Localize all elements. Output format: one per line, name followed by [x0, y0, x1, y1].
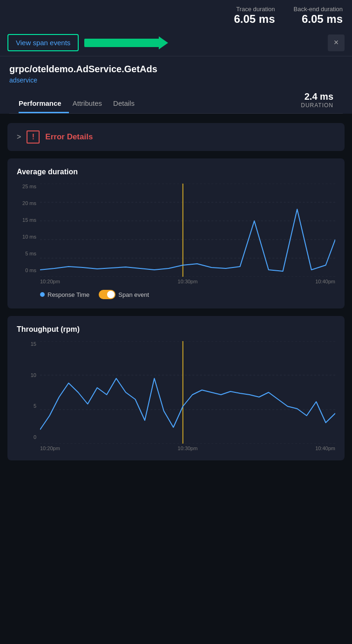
y-label-0: 0 ms — [17, 267, 36, 273]
service-header: grpc/oteldemo.AdService.GetAds adservice… — [0, 56, 352, 114]
error-chevron-button[interactable]: > — [17, 133, 21, 141]
avg-chart-wrap: 0 ms 5 ms 10 ms 15 ms 20 ms 25 ms — [17, 184, 335, 284]
backend-duration-block: Back-end duration 6.05 ms — [293, 6, 343, 26]
backend-duration-value: 6.05 ms — [293, 13, 343, 26]
throughput-chart-wrap: 0 5 10 15 10:20pm — [17, 341, 335, 451]
tp-y-label-15: 15 — [17, 341, 36, 347]
duration-value: 2.4 ms — [301, 91, 333, 102]
avg-legend-row: Response Time Span event — [17, 290, 335, 299]
tab-attributes[interactable]: Attributes — [73, 96, 109, 113]
avg-duration-chart-card: Average duration 0 ms 5 ms 10 ms 15 ms 2… — [7, 158, 345, 308]
duration-label: DURATION — [301, 102, 333, 109]
avg-y-axis: 0 ms 5 ms 10 ms 15 ms 20 ms 25 ms — [17, 184, 36, 284]
tab-performance[interactable]: Performance — [19, 96, 69, 113]
error-card: > ! Error Details — [7, 123, 345, 151]
legend-response-time-label: Response Time — [47, 291, 89, 298]
avg-duration-title: Average duration — [17, 168, 335, 176]
tp-y-label-10: 10 — [17, 372, 36, 378]
trace-duration-block: Trace duration 6.05 ms — [234, 6, 275, 26]
legend-response-time: Response Time — [40, 291, 89, 298]
avg-x-label-1: 10:30pm — [178, 279, 198, 284]
top-header: Trace duration 6.05 ms Back-end duration… — [0, 0, 352, 29]
throughput-chart-svg — [40, 341, 335, 444]
banner-row: View span events × — [0, 29, 352, 56]
legend-dot-blue — [40, 292, 45, 297]
tp-x-label-0: 10:20pm — [40, 445, 60, 451]
tp-y-label-5: 5 — [17, 403, 36, 409]
throughput-chart-plot: 10:20pm 10:30pm 10:40pm — [40, 341, 335, 451]
arrow-body — [84, 39, 159, 47]
arrow-indicator — [84, 36, 168, 49]
throughput-x-labels: 10:20pm 10:30pm 10:40pm — [40, 444, 335, 451]
view-span-events-button[interactable]: View span events — [7, 34, 79, 51]
backend-duration-label: Back-end duration — [293, 6, 343, 13]
main-content: > ! Error Details Average duration 0 ms … — [0, 114, 352, 470]
arrow-head — [159, 36, 168, 49]
trace-duration-label: Trace duration — [234, 6, 275, 13]
throughput-y-axis: 0 5 10 15 — [17, 341, 36, 451]
throughput-chart-card: Throughput (rpm) 0 5 10 15 — [7, 316, 345, 460]
tp-x-label-2: 10:40pm — [315, 445, 335, 451]
error-label: Error Details — [45, 132, 93, 142]
throughput-title: Throughput (rpm) — [17, 325, 335, 334]
close-button[interactable]: × — [328, 34, 345, 51]
y-label-20: 20 ms — [17, 200, 36, 206]
tp-x-label-1: 10:30pm — [178, 445, 198, 451]
tp-y-label-0: 0 — [17, 434, 36, 440]
error-icon: ! — [27, 130, 40, 144]
avg-chart-svg — [40, 184, 335, 277]
duration-badge: 2.4 ms DURATION — [301, 91, 333, 113]
y-label-5: 5 ms — [17, 251, 36, 256]
avg-chart-plot: 10:20pm 10:30pm 10:40pm — [40, 184, 335, 284]
y-label-10: 10 ms — [17, 234, 36, 240]
span-event-toggle[interactable] — [99, 290, 115, 299]
tab-details[interactable]: Details — [113, 96, 142, 113]
legend-span-event-label: Span event — [118, 291, 149, 298]
service-link[interactable]: adservice — [9, 76, 343, 84]
avg-x-label-2: 10:40pm — [315, 279, 335, 284]
y-label-15: 15 ms — [17, 217, 36, 223]
tabs-row: Performance Attributes Details 2.4 ms DU… — [9, 84, 343, 114]
service-name: grpc/oteldemo.AdService.GetAds — [9, 64, 343, 75]
legend-span-event: Span event — [99, 290, 149, 299]
trace-duration-value: 6.05 ms — [234, 13, 275, 26]
y-label-25: 25 ms — [17, 184, 36, 189]
avg-x-label-0: 10:20pm — [40, 279, 60, 284]
avg-x-labels: 10:20pm 10:30pm 10:40pm — [40, 277, 335, 284]
